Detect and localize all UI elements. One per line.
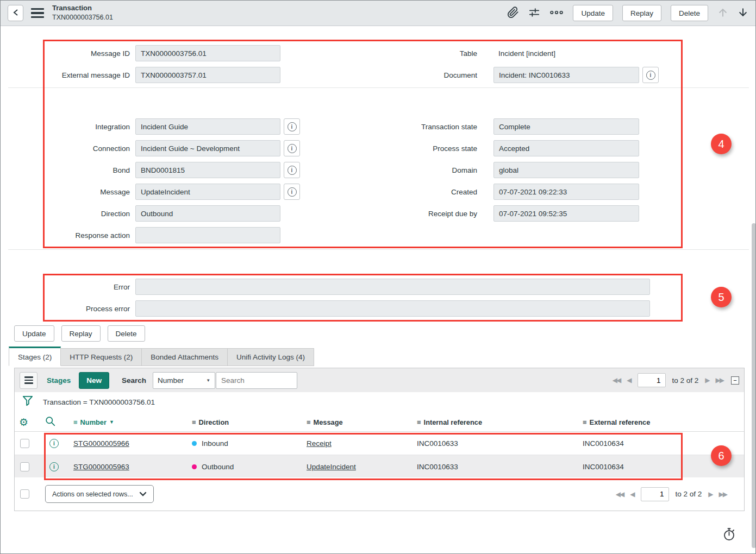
- update-button[interactable]: Update: [573, 5, 613, 21]
- message-input[interactable]: [135, 184, 280, 200]
- update-button-bottom[interactable]: Update: [14, 325, 54, 342]
- section-divider: [8, 249, 749, 250]
- list-context-menu-button[interactable]: [20, 372, 38, 389]
- field-label: Direction: [22, 210, 135, 218]
- personalize-list-button[interactable]: ⚙: [19, 412, 28, 432]
- message-preview-button[interactable]: i: [284, 184, 300, 200]
- filter-breadcrumb[interactable]: Transaction = TXN0000003756.01: [43, 398, 155, 406]
- process-error-input[interactable]: [135, 300, 650, 317]
- field-label: Created: [381, 188, 493, 196]
- replay-button-bottom[interactable]: Replay: [61, 325, 101, 342]
- info-icon: i: [288, 122, 297, 131]
- pagination-range: to 2 of 2: [672, 376, 699, 385]
- field-label: Domain: [381, 166, 493, 174]
- integration-preview-button[interactable]: i: [284, 118, 300, 135]
- column-label: Direction: [199, 418, 229, 426]
- first-page-button[interactable]: ◀◀: [613, 376, 620, 384]
- delete-button-bottom[interactable]: Delete: [108, 325, 145, 342]
- field-label: Response action: [22, 231, 135, 240]
- minimize-list-button[interactable]: −: [731, 376, 739, 385]
- previous-record-button[interactable]: [717, 7, 728, 20]
- stage-message-link[interactable]: UpdateIncident: [307, 463, 356, 471]
- personalize-form-button[interactable]: [528, 7, 540, 20]
- page-number-input[interactable]: [638, 373, 666, 387]
- next-record-button[interactable]: [738, 7, 748, 20]
- bond-preview-button[interactable]: i: [284, 162, 300, 178]
- more-options-button[interactable]: [549, 9, 564, 17]
- stage-message-link[interactable]: Receipt: [307, 439, 332, 448]
- form-footer-buttons: Update Replay Delete: [14, 325, 145, 342]
- back-button[interactable]: [8, 5, 23, 21]
- row-checkbox[interactable]: [20, 462, 29, 471]
- replay-button[interactable]: Replay: [622, 5, 661, 21]
- stage-number-link[interactable]: STG0000005963: [73, 463, 129, 471]
- page-number-input[interactable]: [641, 487, 669, 501]
- filter-icon[interactable]: [22, 395, 33, 409]
- error-input[interactable]: [135, 279, 650, 295]
- field-label: Document: [381, 71, 493, 79]
- attachments-button[interactable]: [507, 7, 519, 20]
- row-preview-button[interactable]: i: [49, 462, 59, 471]
- column-header-internal-reference[interactable]: ≡ Internal reference: [417, 412, 482, 432]
- more-options-icon: [549, 9, 564, 17]
- response-action-input[interactable]: [135, 227, 280, 243]
- next-page-button[interactable]: ▶: [708, 490, 712, 498]
- process-state-input[interactable]: [493, 140, 639, 156]
- tab-bonded-attachments[interactable]: Bonded Attachments: [142, 348, 228, 366]
- annotation-badge-5: 5: [711, 287, 732, 307]
- header-bar: Transaction TXN0000003756.01 Update Repl…: [1, 1, 755, 26]
- external-message-id-input[interactable]: [135, 67, 280, 83]
- column-header-number[interactable]: ≡ Number ▼: [73, 412, 114, 432]
- list-search-input[interactable]: [216, 372, 297, 389]
- next-page-button[interactable]: ▶: [705, 376, 709, 384]
- column-header-external-reference[interactable]: ≡ External reference: [583, 412, 650, 432]
- bond-input[interactable]: [135, 162, 280, 178]
- previous-page-button[interactable]: ◀: [630, 490, 634, 498]
- info-icon: i: [288, 187, 297, 197]
- last-page-button[interactable]: ▶▶: [719, 490, 727, 498]
- message-id-input[interactable]: [135, 45, 280, 61]
- column-search-button[interactable]: [45, 412, 55, 432]
- document-input[interactable]: [493, 67, 639, 83]
- field-receipt-due-by: Receipt due by: [381, 205, 639, 222]
- additional-actions-menu-icon[interactable]: [31, 8, 44, 18]
- previous-page-button[interactable]: ◀: [627, 376, 630, 384]
- internal-reference-value: INC0010633: [417, 439, 458, 448]
- direction-input[interactable]: [135, 205, 280, 222]
- sliders-icon: [528, 7, 540, 20]
- connection-preview-button[interactable]: i: [284, 140, 300, 156]
- delete-button[interactable]: Delete: [671, 5, 708, 21]
- last-page-button[interactable]: ▶▶: [716, 376, 723, 384]
- field-created: Created: [381, 184, 639, 200]
- first-page-button[interactable]: ◀◀: [616, 490, 623, 498]
- row-preview-button[interactable]: i: [49, 439, 59, 448]
- field-table: Table Incident [incident]: [381, 45, 555, 61]
- column-header-message[interactable]: ≡ Message: [307, 412, 343, 432]
- field-message-id: Message ID: [22, 45, 280, 61]
- tab-stages[interactable]: Stages (2): [9, 347, 61, 366]
- connection-input[interactable]: [135, 140, 280, 156]
- page-scrollbar[interactable]: [752, 223, 756, 548]
- new-stage-button[interactable]: New: [79, 372, 109, 389]
- field-error: Error: [22, 279, 650, 295]
- field-label: External message ID: [22, 71, 135, 79]
- tab-http-requests[interactable]: HTTP Requests (2): [61, 348, 142, 366]
- header-actions: Update Replay Delete: [507, 5, 748, 21]
- response-time-button[interactable]: [722, 527, 736, 544]
- tab-unifi-activity-logs[interactable]: Unifi Activity Logs (4): [228, 348, 314, 366]
- receipt-due-by-input[interactable]: [493, 205, 639, 222]
- sort-descending-icon: ▼: [109, 419, 114, 425]
- search-field-select[interactable]: Number ▼: [153, 372, 215, 389]
- field-label: Bond: [22, 166, 135, 174]
- column-header-direction[interactable]: ≡ Direction: [192, 412, 229, 432]
- domain-input[interactable]: [493, 162, 639, 178]
- select-all-checkbox[interactable]: [20, 489, 29, 499]
- stage-number-link[interactable]: STG0000005966: [73, 439, 129, 448]
- transaction-state-input[interactable]: [493, 118, 639, 135]
- row-checkbox[interactable]: [20, 439, 29, 448]
- integration-input[interactable]: [135, 118, 280, 135]
- actions-on-selected-rows-select[interactable]: Actions on selected rows...: [45, 485, 154, 503]
- document-preview-button[interactable]: i: [642, 67, 659, 83]
- field-message: Message i: [22, 184, 300, 200]
- created-input[interactable]: [493, 184, 639, 200]
